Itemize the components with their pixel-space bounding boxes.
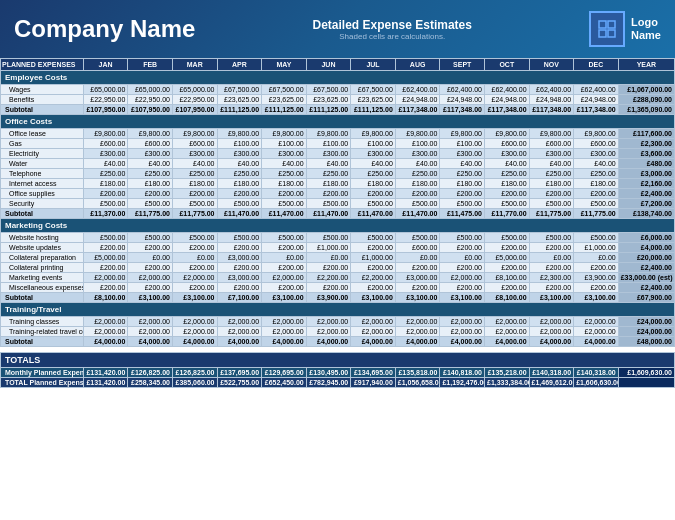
table-cell: £2,000.00 <box>262 317 307 327</box>
table-cell: £2,000.00 <box>484 327 529 337</box>
col-feb: FEB <box>128 59 173 71</box>
table-cell: £2,000.00 <box>128 273 173 283</box>
table-cell: £300.00 <box>395 149 440 159</box>
data-row: Training-related travel costs£2,000.00£2… <box>1 327 675 337</box>
column-headers: PLANNED EXPENSES JAN FEB MAR APR MAY JUN… <box>1 59 675 71</box>
table-cell: £300.00 <box>217 149 262 159</box>
table-cell: £9,800.00 <box>351 129 396 139</box>
table-cell: £100.00 <box>262 139 307 149</box>
table-cell: £2,000.00 <box>440 327 485 337</box>
table-cell: £48,000.00 <box>618 337 674 347</box>
table-cell: £500.00 <box>128 233 173 243</box>
table-cell: £3,000.00 <box>217 253 262 263</box>
table-cell: £500.00 <box>83 233 128 243</box>
table-cell: £3,000.00 <box>618 169 674 179</box>
table-cell: £200.00 <box>128 243 173 253</box>
table-cell: £40.00 <box>262 159 307 169</box>
table-cell: £250.00 <box>262 169 307 179</box>
table-cell: £5,000.00 <box>484 253 529 263</box>
table-cell: £9,800.00 <box>395 129 440 139</box>
table-cell: £300.00 <box>440 149 485 159</box>
table-cell: £180.00 <box>128 179 173 189</box>
table-cell: £200.00 <box>395 189 440 199</box>
table-cell: £9,800.00 <box>172 129 217 139</box>
table-cell: £3,100.00 <box>395 293 440 303</box>
table-cell: £40.00 <box>440 159 485 169</box>
table-cell: £3,000.00 <box>395 273 440 283</box>
table-cell: £200.00 <box>262 263 307 273</box>
svg-rect-0 <box>599 21 606 28</box>
section-header: Employee Costs <box>1 71 675 85</box>
table-cell: Website hosting <box>1 233 84 243</box>
table-cell: £200.00 <box>574 189 619 199</box>
subtotal-row: Subtotal£8,100.00£3,100.00£3,100.00£7,10… <box>1 293 675 303</box>
table-cell: £40.00 <box>128 159 173 169</box>
totals-cell: £782,945.00 <box>306 378 351 388</box>
table-cell: £8,100.00 <box>484 293 529 303</box>
table-cell: Gas <box>1 139 84 149</box>
table-cell: £111,125.00 <box>306 105 351 115</box>
table-cell: £2,000.00 <box>83 273 128 283</box>
table-cell: £23,625.00 <box>351 95 396 105</box>
table-cell: £6,000.00 <box>618 233 674 243</box>
table-cell: £2,000.00 <box>529 327 574 337</box>
table-cell: £200.00 <box>217 189 262 199</box>
section-header: Training/Travel <box>1 303 675 317</box>
subtotal-row: Subtotal£4,000.00£4,000.00£4,000.00£4,00… <box>1 337 675 347</box>
table-cell: £200.00 <box>306 263 351 273</box>
table-cell: £1,365,090.00 <box>618 105 674 115</box>
table-cell: £62,400.00 <box>529 85 574 95</box>
table-cell: £300.00 <box>351 149 396 159</box>
table-cell: £250.00 <box>440 169 485 179</box>
table-cell: £200.00 <box>172 283 217 293</box>
table-cell: £65,000.00 <box>83 85 128 95</box>
totals-cell: £137,695.00 <box>217 368 262 378</box>
col-planned: PLANNED EXPENSES <box>1 59 84 71</box>
col-mar: MAR <box>172 59 217 71</box>
totals-cell: £131,420.00 <box>83 368 128 378</box>
logo-icon <box>589 11 625 47</box>
table-cell: £138,740.00 <box>618 209 674 219</box>
table-cell: Training classes <box>1 317 84 327</box>
logo-text: LogoName <box>631 16 661 42</box>
table-cell: £200.00 <box>395 283 440 293</box>
table-cell: £300.00 <box>262 149 307 159</box>
totals-cell: £1,469,612.00 <box>529 378 574 388</box>
table-cell: £2,000.00 <box>128 327 173 337</box>
table-cell: Benefits <box>1 95 84 105</box>
table-cell: £200.00 <box>351 189 396 199</box>
table-cell: Wages <box>1 85 84 95</box>
table-cell: £9,800.00 <box>217 129 262 139</box>
table-cell: £288,090.00 <box>618 95 674 105</box>
table-cell: £24,948.00 <box>440 95 485 105</box>
table-cell: £250.00 <box>172 169 217 179</box>
table-cell: £11,775.00 <box>172 209 217 219</box>
header-title: Detailed Expense Estimates Shaded cells … <box>313 18 472 41</box>
table-cell: £8,100.00 <box>83 293 128 303</box>
table-cell: £300.00 <box>529 149 574 159</box>
table-cell: Electricity <box>1 149 84 159</box>
table-cell: £200.00 <box>395 263 440 273</box>
table-cell: £250.00 <box>574 169 619 179</box>
table-cell: £200.00 <box>172 263 217 273</box>
col-jul: JUL <box>351 59 396 71</box>
table-cell: £500.00 <box>574 233 619 243</box>
table-cell: £3,000.00 <box>217 273 262 283</box>
table-cell: £180.00 <box>83 179 128 189</box>
col-may: MAY <box>262 59 307 71</box>
table-cell: £11,775.00 <box>128 209 173 219</box>
table-cell: £500.00 <box>306 233 351 243</box>
totals-cell: £385,060.00 <box>172 378 217 388</box>
table-cell: £180.00 <box>440 179 485 189</box>
table-cell: £3,100.00 <box>529 293 574 303</box>
table-cell: £480.00 <box>618 159 674 169</box>
table-cell: Internet access <box>1 179 84 189</box>
table-cell: £300.00 <box>83 149 128 159</box>
totals-cell: £258,345.00 <box>128 378 173 388</box>
table-cell: £180.00 <box>217 179 262 189</box>
svg-rect-3 <box>608 30 615 37</box>
table-cell: £500.00 <box>529 233 574 243</box>
table-cell: £11,475.00 <box>440 209 485 219</box>
table-cell: £3,100.00 <box>128 293 173 303</box>
table-cell: £111,125.00 <box>262 105 307 115</box>
